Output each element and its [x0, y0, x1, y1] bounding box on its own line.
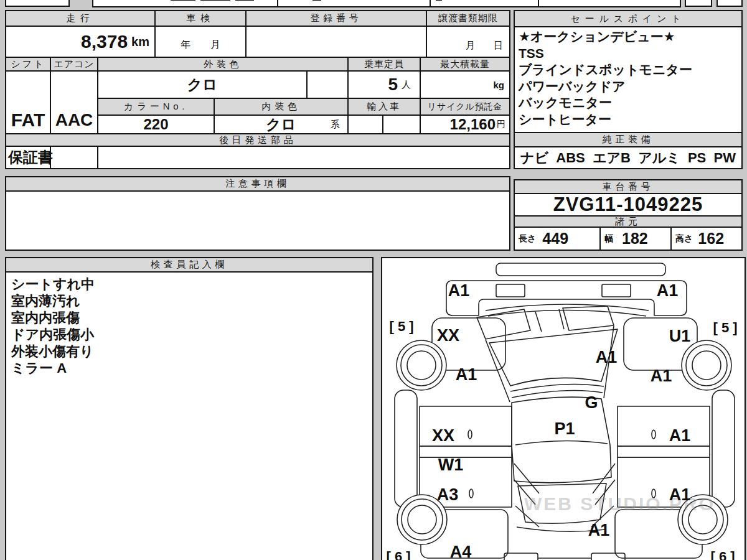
mileage-value: 8,378 km	[6, 27, 156, 58]
inspector-note: 外装小傷有り	[11, 343, 95, 360]
inspector-header: 検査員記入欄	[6, 258, 372, 273]
damage-code-left-quarter: A4	[450, 544, 472, 560]
max-load-header: 最大積載量	[421, 58, 509, 72]
sales-point-item: TSS	[519, 45, 739, 62]
inspector-note: 室内薄汚れ	[11, 292, 95, 309]
recycle-deposit-value: 12,160 円	[421, 116, 509, 133]
notes-panel: 注意事項欄	[5, 176, 510, 251]
specs-header: 諸元	[515, 215, 741, 228]
spec-width: 幅 182	[601, 228, 672, 250]
damage-code-left-front-door: XX	[432, 427, 454, 444]
inspector-note: シートすれ中	[11, 276, 95, 292]
vehicle-info-table: 走行 車検 登録番号 譲渡書類期限 8,378 km 年 月 月 日 シフト エ…	[5, 10, 510, 169]
exterior-color-header: 外装色	[98, 58, 349, 72]
registration-value	[247, 27, 427, 58]
cutoff-row-cell	[92, 0, 681, 7]
inspector-note: 室内内張傷	[11, 309, 95, 326]
damage-code-cowl: G	[585, 394, 598, 411]
aircon-header: エアコン	[51, 58, 98, 72]
interior-color-header: 内装色	[215, 99, 349, 116]
damage-code-left-fender: XX	[437, 327, 459, 344]
spec-length: 長さ 449	[515, 228, 601, 250]
damage-code-tailgate: A1	[588, 522, 610, 539]
tire-depth-rear-right: [ 6 ]	[710, 550, 735, 560]
damage-code-hood: A1	[596, 349, 618, 366]
import-sub-cell	[349, 116, 383, 133]
tire-depth-front-right: [ 5 ]	[713, 321, 737, 335]
exterior-color-sub-cell	[308, 72, 349, 99]
damage-diagram-panel: WEB STUDIO.PRO A1 A1 [ 5 ] [ 5 ] XX U1 A…	[381, 257, 746, 560]
car-outline-drawing	[382, 258, 745, 560]
later-parts-header: 後日発送部品	[6, 133, 509, 147]
equipment-value: ナビ ABS エアB アルミ PS PW	[515, 147, 741, 168]
damage-code-left-rear-door-lower: A3	[437, 487, 459, 503]
sales-points-header: セールスポイント	[515, 11, 741, 27]
spec-height: 高さ 162	[672, 228, 741, 250]
cutoff-row-cell	[685, 0, 712, 7]
sales-point-item: ★オークションデビュー★	[519, 29, 739, 45]
mileage-unit: km	[131, 35, 149, 49]
capacity-value: 5 人	[349, 72, 421, 99]
recycle-unit: 円	[497, 119, 505, 130]
notes-header: 注意事項欄	[6, 177, 509, 192]
import-header: 輸入車	[349, 99, 421, 116]
tire-depth-front-left: [ 5 ]	[389, 320, 413, 334]
inspection-value: 年 月	[156, 27, 247, 58]
equipment-header: 純正装備	[515, 133, 741, 147]
import-sub-cell	[383, 116, 421, 133]
damage-code-right-rear-door: A1	[669, 487, 691, 503]
interior-color-suffix: 系	[331, 119, 340, 131]
cutoff-row-cell	[716, 0, 743, 7]
length-label: 長さ	[519, 233, 536, 245]
capacity-unit: 人	[402, 79, 411, 91]
height-label: 高さ	[675, 233, 693, 245]
damage-code-right-fender-lower: A1	[651, 368, 672, 385]
damage-code-left-rear-door-upper: W1	[438, 457, 464, 474]
color-no-header: カラーNo.	[98, 99, 215, 116]
color-no-value: 220	[98, 116, 215, 133]
capacity-header: 乗車定員	[349, 58, 421, 72]
inspector-panel: 検査員記入欄 シートすれ中 室内薄汚れ 室内内張傷 ドア内張傷小 外装小傷有り …	[5, 257, 374, 560]
sales-point-item: バックモニター	[519, 95, 739, 111]
equipment-panel: 純正装備 ナビ ABS エアB アルミ PS PW	[514, 132, 743, 169]
inspector-note: ミラー A	[11, 360, 95, 376]
chassis-panel: 車台番号 ZVG11-1049225 諸元 長さ 449 幅 182 高さ 16…	[514, 179, 743, 251]
inspector-notes-list: シートすれ中 室内薄汚れ 室内内張傷 ドア内張傷小 外装小傷有り ミラー A	[11, 276, 95, 376]
damage-code-roof: P1	[554, 421, 575, 437]
chassis-header: 車台番号	[515, 180, 741, 194]
recycle-deposit-header: リサイクル預託金	[421, 99, 509, 116]
sales-points-panel: セールスポイント ★オークションデビュー★ TSS ブラインドスポットモニター …	[514, 10, 743, 133]
cutoff-row-cell	[5, 0, 70, 7]
exterior-color-value: クロ	[98, 72, 308, 99]
width-label: 幅	[604, 233, 613, 245]
tire-depth-rear-left: [ 6 ]	[386, 550, 410, 560]
sales-point-item: パワーバックドア	[519, 78, 739, 95]
damage-code-front-bumper-right: A1	[657, 282, 679, 299]
notes-value	[6, 192, 509, 250]
sales-point-item: シートヒーター	[519, 111, 739, 128]
sales-point-item: ブラインドスポットモニター	[519, 62, 739, 78]
auction-sheet: { "colors": { "header_bg": "#d9d9d9", "b…	[0, 0, 747, 560]
inspector-note: ドア内張傷小	[11, 326, 95, 343]
sales-points-list: ★オークションデビュー★ TSS ブラインドスポットモニター パワーバックドア …	[519, 29, 739, 128]
damage-code-front-bumper-left: A1	[448, 282, 470, 299]
chassis-value: ZVG11-1049225	[515, 194, 741, 215]
shift-header: シフト	[6, 58, 51, 72]
interior-color-value: クロ 系	[215, 116, 349, 133]
damage-code-right-fender: U1	[669, 328, 691, 345]
transfer-deadline-value: 月 日	[427, 27, 509, 58]
registration-header: 登録番号	[247, 11, 427, 27]
later-parts-value: 保証書	[6, 147, 509, 168]
mileage-header: 走行	[6, 11, 156, 27]
inspection-header: 車検	[156, 11, 247, 27]
damage-code-left-fender-lower: A1	[456, 366, 477, 383]
transfer-deadline-header: 譲渡書類期限	[427, 11, 509, 27]
damage-code-right-front-door: A1	[669, 427, 691, 444]
max-load-unit: kg	[421, 72, 509, 99]
